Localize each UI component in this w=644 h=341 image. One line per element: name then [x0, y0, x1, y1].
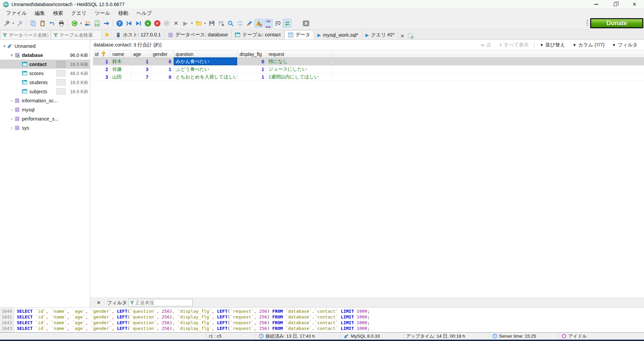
delete-row-button[interactable]: ✕ — [153, 19, 162, 28]
discard-changes-button[interactable]: ✕ — [172, 19, 180, 28]
tree-expander[interactable]: ∨ — [2, 44, 7, 48]
connect-button[interactable] — [2, 19, 11, 28]
data-transfer-button[interactable] — [102, 19, 111, 28]
tree-item-unnamed[interactable]: ∨Unnamed — [0, 41, 90, 50]
table-row-3[interactable]: 3山田70とちおとめを入荷してほしい11週間以内にしてほしい — [93, 73, 644, 81]
table-row-2[interactable]: 2佐藤31ぶどう食べたい1ジュースにしたい — [93, 66, 644, 73]
cell-gender-row2[interactable]: 1 — [151, 66, 174, 73]
cell-age-row3[interactable]: 7 — [131, 73, 151, 81]
paste-button[interactable] — [38, 19, 47, 28]
toolbar-grip-button[interactable] — [292, 19, 301, 28]
tree-item-scores[interactable]: scores48.0 KiB — [0, 69, 90, 78]
favorites-star-icon[interactable]: ★ — [102, 31, 112, 39]
column-header-question[interactable]: question — [174, 50, 238, 58]
cell-age-row2[interactable]: 3 — [131, 66, 151, 73]
tree-item-performance-s---[interactable]: ›performance_s... — [0, 114, 90, 123]
run-dropdown[interactable]: ▼ — [190, 19, 194, 28]
menu-item-1[interactable]: 編集 — [31, 9, 49, 17]
sql-log-line-1640[interactable]: SELECT `id`, `name`, `age`, `gender`, LE… — [17, 308, 644, 314]
bind-params-button[interactable] — [283, 19, 291, 28]
column-header-display_flg[interactable]: display_flg — [238, 50, 266, 58]
tree-expander[interactable]: › — [9, 125, 14, 130]
cell-display_flg-row3[interactable]: 1 — [238, 73, 266, 81]
export-csv-button[interactable]: CSV — [93, 19, 101, 28]
cell-name-row1[interactable]: 鈴木 — [110, 58, 131, 65]
donate-button[interactable]: Donate — [590, 18, 643, 28]
sql-log-line-1642[interactable]: SELECT `id`, `name`, `age`, `gender`, LE… — [17, 320, 644, 326]
print-button[interactable] — [57, 19, 66, 28]
open-dropdown[interactable]: ▼ — [203, 19, 207, 28]
cell-name-row2[interactable]: 佐藤 — [110, 66, 131, 73]
stop-on-errors-button[interactable] — [254, 19, 263, 28]
filter-input[interactable] — [135, 300, 191, 305]
tab-table[interactable]: テーブル: contact — [231, 30, 284, 39]
menu-item-2[interactable]: 検索 — [49, 9, 67, 17]
binary-view-button[interactable]: 100010 — [264, 19, 273, 28]
cell-request-row3[interactable]: 1週間以内にしてほしい — [266, 73, 332, 81]
user-manager-button[interactable] — [83, 19, 92, 28]
tree-expander[interactable]: › — [9, 116, 14, 121]
tab-database[interactable]: データベース: database — [165, 30, 231, 39]
disconnect-button[interactable] — [15, 19, 24, 28]
tab-data[interactable]: データ — [284, 30, 314, 39]
close-results-button[interactable] — [301, 19, 310, 28]
find-button[interactable] — [226, 19, 235, 28]
database-name-search-input[interactable] — [9, 32, 48, 38]
reformat-button[interactable] — [245, 19, 254, 28]
filter-close-button[interactable]: ✕ — [95, 300, 102, 305]
cell-display_flg-row1[interactable]: 0 — [238, 58, 266, 65]
tree-item-database[interactable]: ∨database96.0 KiB — [0, 50, 90, 60]
cell-request-row1[interactable]: 特になし — [266, 58, 332, 65]
tab-host[interactable]: ホスト: 127.0.0.1 — [112, 30, 165, 39]
undo-button[interactable] — [47, 19, 56, 28]
tree-item-subjects[interactable]: subjects16.0 KiB — [0, 87, 90, 96]
close-query-tab-button[interactable]: ✕ — [398, 33, 407, 39]
column-header-id[interactable]: id — [93, 50, 110, 58]
cell-display_flg-row2[interactable]: 1 — [238, 66, 266, 73]
new-query-tab-button[interactable] — [407, 33, 416, 39]
post-changes-button[interactable]: ✓ — [162, 19, 171, 28]
cell-id-row2[interactable]: 2 — [93, 66, 110, 73]
sql-log-panel[interactable]: 1640164116421643 SELECT `id`, `name`, `a… — [0, 307, 644, 332]
find-again-button[interactable] — [236, 19, 244, 28]
column-header-age[interactable]: age — [131, 50, 151, 58]
cell-id-row3[interactable]: 3 — [93, 73, 110, 81]
table-row-1[interactable]: 1鈴木10みかん食べたい0特になし — [93, 58, 644, 66]
column-header-gender[interactable]: gender — [151, 50, 174, 58]
tree-expander[interactable]: › — [9, 107, 14, 112]
refresh-button[interactable] — [70, 19, 79, 28]
menu-item-4[interactable]: ツール — [91, 9, 114, 17]
minimize-button[interactable] — [586, 0, 606, 9]
tree-item-students[interactable]: students16.0 KiB — [0, 78, 90, 87]
save-button[interactable] — [207, 19, 216, 28]
open-file-button[interactable] — [194, 19, 203, 28]
help-button[interactable]: ? — [115, 19, 124, 28]
cell-question-row2[interactable]: ぶどう食べたい — [174, 66, 238, 73]
cell-question-row1[interactable]: みかん食べたい — [174, 58, 238, 65]
tree-item-mysql[interactable]: ›mysql — [0, 105, 90, 114]
menu-item-5[interactable]: 移動 — [114, 9, 132, 17]
tree-item-information-sc---[interactable]: ›information_sc... — [0, 96, 90, 105]
sorting-control[interactable]: ▼並び替え — [537, 42, 568, 48]
tree-item-contact[interactable]: contact16.0 KiB — [0, 60, 90, 69]
maximize-button[interactable] — [606, 0, 625, 9]
tree-expander[interactable]: ∨ — [9, 53, 14, 57]
tab-query-2[interactable]: ▶クエリ #2* — [362, 30, 398, 39]
cell-gender-row3[interactable]: 0 — [151, 73, 174, 81]
close-button[interactable]: ✕ — [625, 0, 644, 9]
columns-control[interactable]: ▼カラム (7/7) — [569, 42, 607, 48]
donate-grip-handle[interactable] — [586, 20, 588, 27]
refresh-dropdown[interactable]: ▼ — [79, 19, 83, 28]
cell-age-row1[interactable]: 1 — [131, 58, 151, 65]
sql-log-line-1643[interactable]: SELECT `id`, `name`, `age`, `gender`, LE… — [17, 326, 644, 331]
column-header-name[interactable]: name — [110, 50, 131, 58]
cell-question-row3[interactable]: とちおとめを入荷してほしい — [174, 73, 238, 81]
cell-name-row3[interactable]: 山田 — [110, 73, 131, 81]
table-name-search[interactable] — [51, 30, 102, 39]
cell-gender-row1[interactable]: 0 — [151, 58, 174, 65]
menu-item-3[interactable]: クエリ — [67, 9, 91, 17]
insert-row-button[interactable]: + — [143, 19, 152, 28]
tree-item-sys[interactable]: ›sys — [0, 123, 90, 132]
menu-item-6[interactable]: ヘルプ — [132, 9, 156, 17]
cell-id-row1[interactable]: 1 — [93, 58, 110, 65]
